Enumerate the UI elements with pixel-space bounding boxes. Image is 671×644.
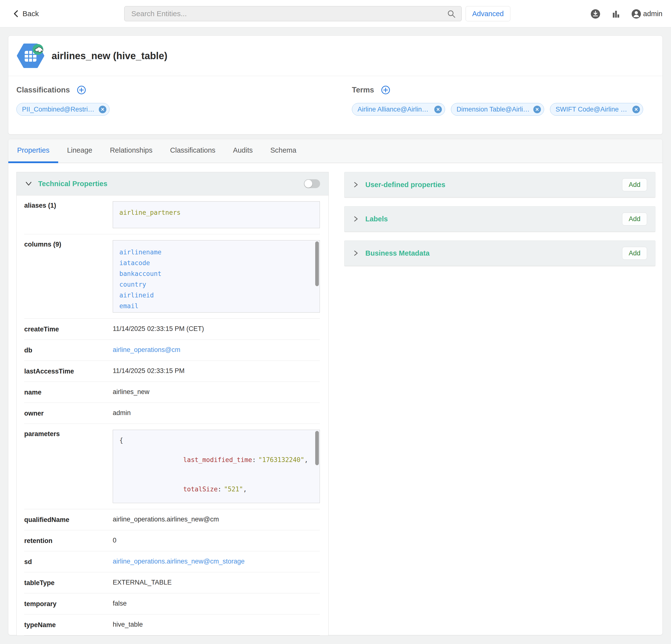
- download-icon[interactable]: [591, 9, 600, 19]
- technical-properties-toggle[interactable]: [304, 179, 320, 188]
- scrollbar-thumb[interactable]: [315, 241, 319, 286]
- tab-properties[interactable]: Properties: [8, 139, 58, 163]
- column-link[interactable]: bankaccount: [119, 270, 161, 277]
- business-metadata-section[interactable]: Business Metadata Add: [344, 240, 655, 266]
- labels-section[interactable]: Labels Add: [344, 206, 655, 232]
- add-label-button[interactable]: Add: [622, 213, 647, 226]
- json-value: "1763132240": [258, 456, 304, 464]
- add-business-metadata-button[interactable]: Add: [622, 247, 647, 260]
- column-link[interactable]: email: [119, 302, 138, 310]
- property-value: airline_operations.airlines_new@cm: [113, 516, 219, 523]
- json-colon: :: [252, 456, 256, 464]
- property-row-tableType: tableType EXTERNAL_TABLE: [24, 572, 320, 593]
- property-row-name: name airlines_new: [24, 382, 320, 403]
- property-label: typeName: [24, 621, 113, 629]
- right-column: User-defined properties Add Labels Add B…: [344, 172, 655, 275]
- aliases-code-box[interactable]: airline_partners: [113, 201, 320, 228]
- search-input[interactable]: [125, 7, 461, 21]
- tab-audits[interactable]: Audits: [224, 139, 262, 163]
- property-label: sd: [24, 558, 113, 566]
- entity-title: airlines_new (hive_table): [52, 50, 167, 61]
- tab-classifications[interactable]: Classifications: [161, 139, 224, 163]
- property-label: columns (9): [24, 240, 113, 248]
- chevron-right-icon[interactable]: [353, 181, 359, 188]
- property-value: EXTERNAL_TABLE: [113, 579, 172, 586]
- term-tag-label: Airline Alliance@Airline O...: [357, 106, 431, 113]
- chevron-down-icon[interactable]: [25, 180, 32, 187]
- technical-properties-panel: Technical Properties aliases (1) airline…: [16, 172, 329, 636]
- classification-tag[interactable]: PII_Combined@Restricted ✕: [16, 103, 110, 116]
- column-link[interactable]: country: [119, 281, 146, 288]
- hive-elephant-badge-icon: [33, 44, 43, 55]
- property-label: name: [24, 388, 113, 396]
- property-label: qualifiedName: [24, 516, 113, 524]
- column-link[interactable]: airlinename: [119, 249, 161, 256]
- chevron-right-icon[interactable]: [353, 250, 359, 256]
- property-value: 11/14/2025 02:33:15 PM (CET): [113, 325, 204, 333]
- bar-chart-icon[interactable]: [612, 10, 620, 18]
- term-tag[interactable]: SWIFT Code@Airline Op... ✕: [550, 103, 643, 116]
- term-tag[interactable]: Dimension Table@Airline ... ✕: [451, 103, 544, 116]
- column-link[interactable]: iatacode: [119, 259, 150, 267]
- json-key: last_modified_time: [183, 456, 252, 464]
- property-row-createTime: createTime 11/14/2025 02:33:15 PM (CET): [24, 319, 320, 340]
- advanced-search-button[interactable]: Advanced: [466, 6, 510, 21]
- tab-bar: Properties Lineage Relationships Classif…: [8, 139, 662, 163]
- property-value: 0: [113, 536, 116, 544]
- property-label: db: [24, 346, 113, 354]
- technical-properties-title: Technical Properties: [38, 180, 107, 188]
- property-row-retention: retention 0: [24, 530, 320, 551]
- property-label: owner: [24, 409, 113, 417]
- json-value: "521": [224, 485, 243, 493]
- property-label: temporary: [24, 600, 113, 608]
- search-icon[interactable]: [447, 9, 456, 18]
- user-icon[interactable]: [631, 9, 641, 19]
- toggle-knob: [304, 180, 312, 188]
- remove-term-icon[interactable]: ✕: [434, 106, 442, 113]
- tab-lineage[interactable]: Lineage: [58, 139, 101, 163]
- scrollbar-thumb[interactable]: [315, 431, 319, 465]
- entity-detail-card: Properties Lineage Relationships Classif…: [8, 139, 663, 635]
- db-link[interactable]: airline_operations@cm: [113, 346, 180, 354]
- property-label: tableType: [24, 579, 113, 587]
- tab-schema[interactable]: Schema: [262, 139, 305, 163]
- parameters-code-box[interactable]: { last_modified_time:"1763132240", total…: [113, 430, 320, 503]
- json-colon: :: [218, 485, 221, 493]
- term-tag-label: SWIFT Code@Airline Op...: [556, 106, 629, 113]
- classifications-terms-row: Classifications PII_Combined@Restricted …: [8, 76, 662, 116]
- remove-classification-icon[interactable]: ✕: [99, 106, 106, 113]
- username-label[interactable]: admin: [643, 0, 662, 27]
- sd-link[interactable]: airline_operations.airlines_new@cm_stora…: [113, 558, 244, 565]
- user-defined-properties-section[interactable]: User-defined properties Add: [344, 172, 655, 198]
- atlas-entity-detail-page: Back Advanced admin: [0, 0, 671, 644]
- remove-term-icon[interactable]: ✕: [533, 106, 541, 113]
- property-label: retention: [24, 536, 113, 545]
- property-row-typeName: typeName hive_table: [24, 615, 320, 635]
- property-value: admin: [113, 409, 131, 417]
- top-navigation-bar: Back Advanced admin: [0, 0, 671, 27]
- property-row-aliases: aliases (1) airline_partners: [24, 195, 320, 234]
- property-label: lastAccessTime: [24, 367, 113, 375]
- chevron-left-icon: [13, 10, 19, 18]
- term-tag[interactable]: Airline Alliance@Airline O... ✕: [352, 103, 445, 116]
- technical-properties-header[interactable]: Technical Properties: [17, 172, 328, 195]
- property-label: parameters: [24, 430, 113, 438]
- business-metadata-title: Business Metadata: [365, 249, 430, 257]
- json-comma: ,: [243, 485, 247, 493]
- columns-code-box[interactable]: airlinename iatacode bankaccount country…: [113, 240, 320, 313]
- property-row-qualifiedName: qualifiedName airline_operations.airline…: [24, 509, 320, 530]
- json-open-brace: {: [119, 437, 123, 444]
- remove-term-icon[interactable]: ✕: [632, 106, 640, 113]
- search-box: [124, 6, 462, 21]
- column-link[interactable]: airlineid: [119, 292, 154, 299]
- term-tag-label: Dimension Table@Airline ...: [457, 106, 530, 113]
- alias-value: airline_partners: [119, 209, 180, 216]
- add-classification-icon[interactable]: [77, 85, 86, 94]
- tab-relationships[interactable]: Relationships: [101, 139, 161, 163]
- back-button[interactable]: Back: [13, 0, 39, 27]
- property-row-sd: sd airline_operations.airlines_new@cm_st…: [24, 551, 320, 572]
- chevron-right-icon[interactable]: [353, 215, 359, 222]
- add-user-defined-property-button[interactable]: Add: [622, 178, 647, 191]
- labels-title: Labels: [365, 215, 388, 223]
- add-term-icon[interactable]: [381, 85, 390, 94]
